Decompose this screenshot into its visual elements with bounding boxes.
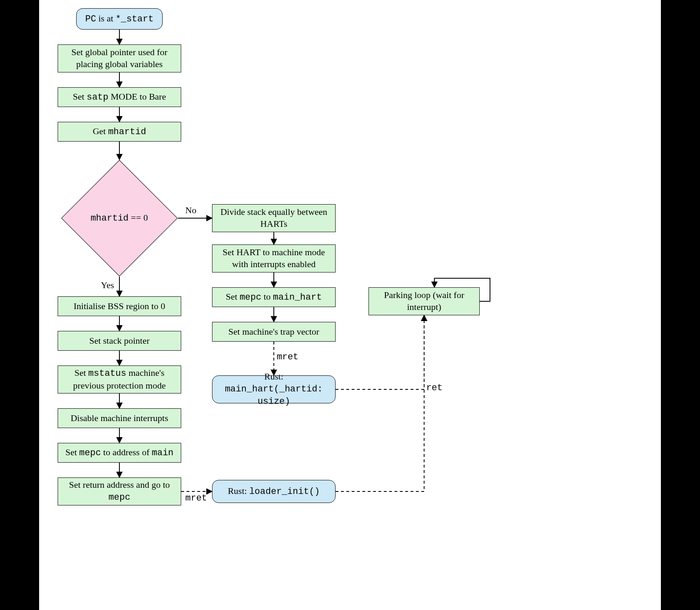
node-parking-loop: Parking loop (wait for interrupt) xyxy=(369,287,480,315)
node-set-satp: Set satp MODE to Bare xyxy=(58,87,181,107)
txt: mstatus xyxy=(88,368,126,379)
node-divide-stack: Divide stack equally between HARTs xyxy=(212,204,336,232)
txt: Set xyxy=(65,447,79,457)
edge-label-mret-1: mret xyxy=(277,352,299,362)
txt: Set xyxy=(73,91,87,102)
edge-label-ret: ret xyxy=(426,383,443,393)
txt: mepc xyxy=(79,448,101,458)
node-init-bss: Initialise BSS region to 0 xyxy=(58,296,181,316)
edge-label-mret-2: mret xyxy=(185,493,207,503)
node-disable-int: Disable machine interrupts xyxy=(58,408,181,428)
txt: MODE to Bare xyxy=(108,91,166,102)
txt: Set stack pointer xyxy=(89,335,150,347)
node-set-mstatus: Set mstatus machine's previous protectio… xyxy=(58,366,181,393)
txt: Set return address and go to xyxy=(69,480,170,490)
node-rust-main-hart: Rust: main_hart(_hartid: usize) xyxy=(212,375,336,403)
txt: mepc xyxy=(109,492,131,503)
txt: mepc xyxy=(240,292,261,303)
txt: Set HART to machine mode with interrupts… xyxy=(217,247,331,270)
node-set-sp: Set stack pointer xyxy=(58,331,181,351)
node-set-hart-mm: Set HART to machine mode with interrupts… xyxy=(212,244,336,272)
txt: main_hart(_hartid: usize) xyxy=(225,384,323,407)
txt: Initialise BSS region to 0 xyxy=(74,300,165,312)
node-get-mhartid: Get mhartid xyxy=(58,122,181,142)
txt: Parking loop (wait for interrupt) xyxy=(373,289,475,313)
txt: main_hart xyxy=(273,292,322,303)
txt: main xyxy=(152,448,174,458)
txt: mhartid xyxy=(91,213,128,224)
txt: Rust: xyxy=(228,486,249,496)
txt: Set global pointer used for placing glob… xyxy=(62,47,177,70)
txt: Divide stack equally between HARTs xyxy=(217,206,331,230)
txt: Get xyxy=(93,126,108,136)
txt: is at xyxy=(96,13,115,23)
txt: Set machine's trap vector xyxy=(229,326,320,338)
txt: == 0 xyxy=(129,212,148,223)
txt: Rust: xyxy=(264,371,283,382)
node-set-gp: Set global pointer used for placing glob… xyxy=(58,44,181,72)
node-start: PC is at *_start xyxy=(76,8,163,30)
edge-label-yes: Yes xyxy=(101,280,114,291)
txt: *_start xyxy=(116,14,154,24)
node-set-trap: Set machine's trap vector xyxy=(212,322,336,342)
txt: to xyxy=(261,291,273,302)
node-set-mepc-mh: Set mepc to main_hart xyxy=(212,287,336,307)
node-set-ra: Set return address and go to mepc xyxy=(58,477,181,505)
node-rust-loader-init: Rust: loader_init() xyxy=(212,480,336,503)
txt: Disable machine interrupts xyxy=(70,412,168,424)
edge-label-no: No xyxy=(185,205,196,216)
txt: Set xyxy=(75,368,89,378)
node-decision: mhartid == 0 xyxy=(61,160,178,277)
txt: loader_init() xyxy=(249,487,320,497)
node-set-mepc-main: Set mepc to address of main xyxy=(58,443,181,463)
txt: satp xyxy=(86,92,108,102)
txt: PC xyxy=(85,14,96,24)
txt: Set xyxy=(226,291,240,302)
txt: to address of xyxy=(101,447,152,457)
txt: mhartid xyxy=(108,127,146,137)
